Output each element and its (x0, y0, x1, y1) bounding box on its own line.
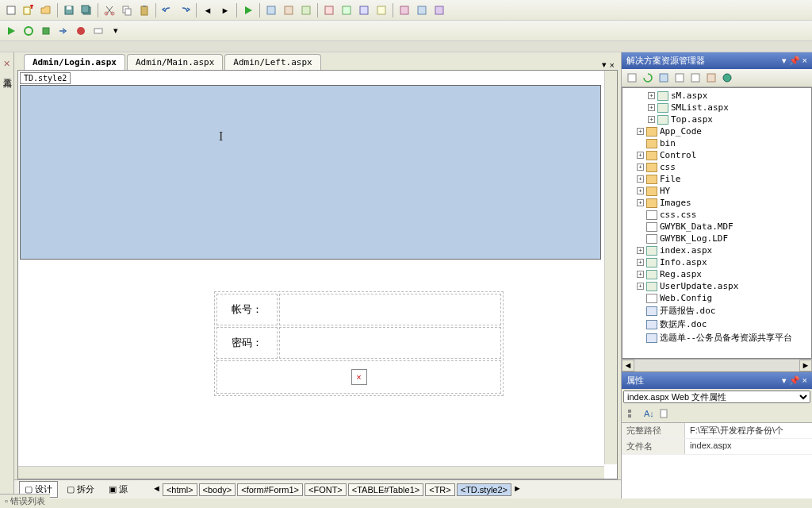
expand-icon[interactable]: + (637, 175, 644, 183)
expand-icon[interactable]: + (648, 104, 655, 111)
nest-icon[interactable] (657, 71, 671, 85)
properties-grid[interactable]: 完整路径F:\军军\开发程序备份\个文件名index.aspx (622, 423, 812, 498)
properties-object-selector[interactable]: index.aspx Web 文件属性 (623, 391, 810, 403)
asp-config-icon[interactable] (720, 71, 734, 85)
crumb-tr[interactable]: <TR> (425, 483, 455, 496)
crumb-font[interactable]: <FONT> (304, 483, 347, 496)
generic-icon[interactable] (373, 2, 389, 18)
categorized-icon[interactable] (625, 406, 639, 421)
crumb-td[interactable]: <TD.style2> (457, 483, 511, 496)
alphabetical-icon[interactable]: A↓ (641, 406, 655, 421)
panel-dropdown-icon[interactable]: ▾ (782, 56, 787, 66)
paste-icon[interactable] (136, 2, 152, 18)
expand-icon[interactable]: + (637, 283, 644, 290)
view-split-button[interactable]: ▢ 拆分 (61, 481, 100, 498)
nav-forward-icon[interactable]: ► (217, 2, 233, 18)
table-row[interactable]: × (216, 360, 501, 394)
nav-back-icon[interactable]: ◄ (200, 2, 216, 18)
table-row[interactable]: 帐号： (216, 294, 501, 325)
watch-icon[interactable] (90, 23, 106, 39)
designer-vscroll[interactable] (604, 71, 617, 464)
design-cell-top[interactable]: I (20, 85, 601, 260)
tree-item[interactable]: +HY (626, 185, 808, 197)
property-row[interactable]: 完整路径F:\军军\开发程序备份\个 (622, 423, 812, 439)
tree-item[interactable]: GWYBK_Log.LDF (626, 233, 808, 244)
label-cell-username[interactable]: 帐号： (216, 294, 278, 325)
designer-hscroll[interactable] (18, 466, 604, 479)
tree-item[interactable]: 开题报告.doc (626, 304, 808, 318)
property-row[interactable]: 文件名index.aspx (622, 439, 812, 455)
run-icon[interactable] (240, 2, 256, 18)
expand-icon[interactable]: + (637, 152, 644, 159)
submit-cell[interactable]: × (216, 360, 501, 394)
generic-icon[interactable] (298, 2, 314, 18)
generic-icon[interactable] (339, 2, 354, 18)
tab-dropdown-icon[interactable]: ▾ (602, 60, 607, 70)
props-page-icon[interactable] (657, 406, 671, 421)
generic-icon[interactable] (431, 2, 447, 18)
design-cell-bottom[interactable]: 帐号： 密码： × (20, 277, 601, 460)
debug-icon[interactable] (38, 23, 54, 39)
tree-item[interactable]: +UserUpdate.aspx (626, 280, 808, 292)
label-cell-password[interactable]: 密码： (216, 327, 278, 359)
tree-item[interactable]: +Info.aspx (626, 256, 808, 268)
tree-item[interactable]: css.css (626, 209, 808, 221)
tab-main[interactable]: Admin/Main.aspx (127, 54, 223, 70)
tab-login[interactable]: Admin/Login.aspx (24, 54, 125, 70)
expand-icon[interactable]: + (637, 164, 644, 171)
tree-item[interactable]: +index.aspx (626, 244, 808, 256)
view-code-icon[interactable] (672, 71, 687, 85)
tree-item[interactable]: +SMList.aspx (626, 102, 808, 114)
tree-item[interactable]: Web.Config (626, 292, 808, 304)
expand-icon[interactable]: + (637, 199, 644, 206)
tree-item[interactable]: +File (626, 173, 808, 185)
tree-item[interactable]: +sM.aspx (626, 90, 808, 102)
tree-hscroll[interactable]: ◄ ► (622, 359, 812, 371)
panel-close-icon[interactable]: × (802, 56, 807, 66)
save-icon[interactable] (61, 2, 77, 18)
expand-icon[interactable]: + (648, 92, 655, 99)
expand-icon[interactable]: + (637, 128, 644, 135)
tree-item[interactable]: +App_Code (626, 125, 808, 137)
step-icon[interactable] (56, 23, 71, 39)
generic-icon[interactable] (356, 2, 372, 18)
tree-item[interactable]: GWYBK_Data.MDF (626, 221, 808, 233)
panel-dropdown-icon[interactable]: ▾ (782, 375, 787, 386)
build-icon[interactable] (3, 23, 19, 39)
generic-icon[interactable] (414, 2, 430, 18)
view-designer-icon[interactable] (688, 71, 703, 85)
property-value[interactable]: index.aspx (685, 439, 812, 454)
table-row[interactable]: 密码： (216, 327, 501, 359)
new-project-icon[interactable] (3, 2, 19, 18)
rebuild-icon[interactable] (21, 23, 36, 39)
cut-icon[interactable] (102, 2, 117, 18)
crumb-nav-right[interactable]: ► (513, 483, 522, 496)
tab-left[interactable]: Admin/Left.aspx (224, 54, 320, 70)
undo-icon[interactable] (159, 2, 175, 18)
properties-icon[interactable] (625, 71, 639, 85)
breakpoint-icon[interactable] (73, 23, 89, 39)
solution-tree[interactable]: +sM.aspx+SMList.aspx+Top.aspx+App_Codebi… (622, 88, 811, 346)
tab-close-icon[interactable]: × (610, 60, 615, 70)
panel-close-icon[interactable]: × (802, 375, 807, 386)
expand-icon[interactable]: + (637, 271, 644, 278)
crumb-html[interactable]: <html> (163, 483, 197, 496)
copy-website-icon[interactable] (704, 71, 718, 85)
tree-item[interactable]: 选题单--公务员备考资源共享平台 (626, 331, 808, 344)
tree-item[interactable]: bin (626, 137, 808, 149)
redo-icon[interactable] (177, 2, 193, 18)
crumb-form[interactable]: <form#Form1> (237, 483, 303, 496)
expand-icon[interactable]: + (637, 247, 644, 254)
designer-surface[interactable]: TD.style2 I 帐号： 密码： × (17, 70, 618, 479)
open-icon[interactable] (38, 2, 54, 18)
copy-icon[interactable] (119, 2, 135, 18)
crumb-table[interactable]: <TABLE#Table1> (348, 483, 423, 496)
input-cell-username[interactable] (279, 294, 501, 325)
expand-icon[interactable]: + (648, 116, 655, 123)
generic-icon[interactable] (321, 2, 337, 18)
generic-icon[interactable] (396, 2, 412, 18)
generic-icon[interactable] (263, 2, 279, 18)
crumb-nav-left[interactable]: ◄ (152, 483, 161, 496)
tree-item[interactable]: +Reg.aspx (626, 268, 808, 280)
property-value[interactable]: F:\军军\开发程序备份\个 (685, 423, 812, 438)
